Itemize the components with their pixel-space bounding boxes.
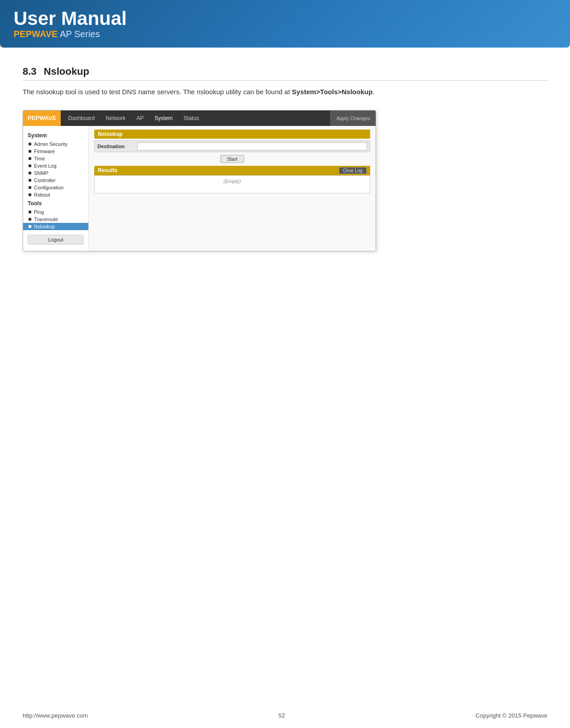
sidebar-item-firmware[interactable]: Firmware (23, 148, 88, 155)
logout-button[interactable]: Logout (28, 235, 84, 245)
sidebar-item-snmp[interactable]: SNMP (23, 169, 88, 177)
nav-item-ap[interactable]: AP (131, 111, 149, 126)
nav-item-status[interactable]: Status (178, 111, 204, 126)
bullet-icon (29, 143, 31, 145)
destination-row: Destination (94, 140, 370, 152)
page-header: User Manual PEPWAVE AP Series (0, 0, 570, 48)
section-heading: 8.3Nslookup (23, 66, 547, 81)
apply-changes-button[interactable]: Apply Changes (330, 111, 376, 126)
brand-name: PEPWAVE (14, 29, 58, 39)
page-title: User Manual (14, 8, 556, 29)
desc-end: . (372, 88, 374, 96)
desc-bold: System>Tools>Nslookup (292, 88, 372, 96)
sidebar-item-controller[interactable]: Controller (23, 177, 88, 184)
start-row: Start (94, 155, 370, 163)
section-title: Nslookup (44, 66, 89, 77)
ui-body: System Admin Security Firmware Time Even… (23, 126, 376, 251)
sidebar-item-reboot[interactable]: Reboot (23, 191, 88, 198)
sidebar-tools-label: Tools (23, 198, 88, 208)
footer-page-number: 52 (278, 712, 285, 719)
sidebar-item-label: Configuration (34, 185, 63, 190)
nav-items: Dashboard Network AP System Status (63, 111, 204, 126)
bullet-icon (29, 179, 31, 182)
results-box: (Empty) (94, 175, 370, 193)
nav-item-dashboard[interactable]: Dashboard (63, 111, 100, 126)
section-number: 8.3 (23, 66, 37, 77)
footer-copyright: Copyright © 2015 Pepwave (476, 712, 547, 719)
bullet-icon (29, 225, 31, 228)
bullet-icon (29, 164, 31, 167)
sidebar-item-event-log[interactable]: Event Log (23, 162, 88, 169)
sidebar-item-admin-security[interactable]: Admin Security (23, 140, 88, 148)
bullet-icon (29, 211, 31, 213)
nslookup-section-bar: Nslookup (94, 130, 370, 139)
section-description: The nslookup tool is used to test DNS na… (23, 87, 547, 97)
results-empty-text: (Empty) (223, 178, 241, 184)
sidebar-item-ping[interactable]: Ping (23, 208, 88, 216)
sidebar-item-traceroute[interactable]: Traceroute (23, 216, 88, 223)
destination-label: Destination (97, 144, 134, 149)
sidebar-system-label: System (23, 130, 88, 140)
nav-bar: PEPWAVE Dashboard Network AP System Stat… (23, 111, 376, 126)
footer-url: http://www.pepwave.com (23, 712, 88, 719)
results-title: Results (98, 167, 117, 174)
nav-logo-text: PEPWAVE (28, 115, 56, 121)
destination-input[interactable] (137, 142, 367, 150)
sidebar-item-label: Ping (34, 209, 44, 215)
sidebar-item-label: Traceroute (34, 217, 58, 222)
subtitle-rest: AP Series (58, 29, 100, 39)
main-content: 8.3Nslookup The nslookup tool is used to… (0, 48, 570, 270)
page-subtitle: PEPWAVE AP Series (14, 29, 556, 39)
sidebar-item-label: Nslookup (34, 224, 55, 229)
sidebar-item-label: Firmware (34, 149, 55, 154)
start-button[interactable]: Start (220, 155, 244, 163)
bullet-icon (29, 218, 31, 221)
sidebar-item-label: Admin Security (34, 141, 68, 147)
nav-item-system[interactable]: System (149, 111, 178, 126)
sidebar-item-time[interactable]: Time (23, 155, 88, 162)
sidebar-item-configuration[interactable]: Configuration (23, 184, 88, 191)
sidebar-item-label: Event Log (34, 163, 57, 169)
page-footer: http://www.pepwave.com 52 Copyright © 20… (0, 712, 570, 719)
bullet-icon (29, 172, 31, 174)
bullet-icon (29, 150, 31, 153)
sidebar-item-nslookup[interactable]: Nslookup (23, 223, 88, 230)
nav-logo: PEPWAVE (23, 111, 61, 126)
main-panel: Nslookup Destination Start Results Clear… (89, 126, 376, 251)
sidebar: System Admin Security Firmware Time Even… (23, 126, 89, 251)
sidebar-item-label: SNMP (34, 170, 48, 176)
bullet-icon (29, 186, 31, 189)
desc-text: The nslookup tool is used to test DNS na… (23, 88, 292, 96)
ui-mockup: PEPWAVE Dashboard Network AP System Stat… (23, 110, 376, 251)
clear-log-button[interactable]: Clear Log (339, 167, 367, 174)
sidebar-item-label: Reboot (34, 192, 50, 198)
results-bar: Results Clear Log (94, 166, 370, 175)
bullet-icon (29, 157, 31, 160)
bullet-icon (29, 193, 31, 196)
nav-item-network[interactable]: Network (100, 111, 131, 126)
sidebar-item-label: Time (34, 156, 45, 161)
sidebar-item-label: Controller (34, 178, 56, 183)
